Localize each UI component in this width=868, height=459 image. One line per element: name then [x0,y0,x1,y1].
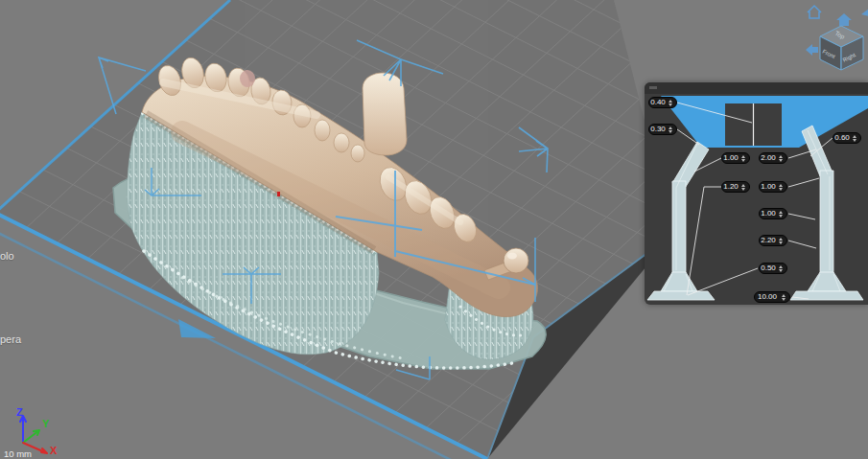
diagram-left-pillar [647,142,715,300]
panel-title-mark [649,86,657,89]
param-input-7[interactable]: 1.00 [759,208,787,219]
param-value[interactable]: 2.20 [760,236,777,245]
rotate-corner-arrow-icon[interactable] [861,9,868,16]
param-input-3[interactable]: 1.00 [721,152,750,164]
spinner-buttons[interactable] [667,126,676,133]
param-value[interactable]: 0.60 [833,133,851,143]
param-input-9[interactable]: 0.50 [759,263,787,274]
prep-die [363,73,407,155]
spinner-buttons[interactable] [777,155,786,162]
param-input-1[interactable]: 0.30 [648,124,677,135]
spinner-buttons[interactable] [777,238,786,244]
rotate-up-arrow-icon[interactable] [836,13,852,26]
spinner-buttons[interactable] [777,265,786,272]
param-input-6[interactable]: 1.00 [759,181,787,193]
param-value[interactable]: 0.30 [649,125,667,134]
diagram-right-pillar [790,126,863,300]
param-input-4[interactable]: 2.00 [759,152,787,164]
param-input-10[interactable]: 10.00 [754,291,790,303]
param-value[interactable]: 1.00 [760,182,777,192]
spinner-buttons[interactable] [777,184,786,191]
param-value[interactable]: 1.00 [722,153,739,163]
param-input-2[interactable]: 0.60 [833,132,861,144]
param-value[interactable]: 0.40 [649,98,667,107]
left-edge-label: olo [0,250,14,263]
view-cube[interactable]: Top Front Right [820,26,863,70]
view-navigation[interactable]: Top Front Right [800,0,868,77]
ball-attachment [504,248,528,273]
spinner-buttons[interactable] [739,155,749,162]
support-settings-panel: 0.40 0.30 0.60 1.00 2.00 1.20 1.00 1.00 [645,82,868,305]
param-value[interactable]: 1.20 [722,182,739,192]
ball-highlight [507,253,517,260]
left-edge-label: pera [0,333,21,346]
spinner-buttons[interactable] [667,100,676,106]
axis-y-label: Y [42,418,50,429]
param-input-5[interactable]: 1.20 [721,181,750,193]
rotate-left-arrow-icon[interactable] [806,44,818,56]
viewport-3d[interactable]: Z Y X olo pera 10 mm Top Front Right [0,0,868,459]
spinner-buttons[interactable] [739,184,749,191]
support-marker-red [277,192,280,196]
spinner-buttons[interactable] [780,294,789,301]
param-value[interactable]: 0.50 [760,264,777,273]
support-diagram [645,82,868,305]
scale-label: 10 mm [4,448,32,459]
spinner-buttons[interactable] [851,135,860,142]
colored-crown [240,70,255,87]
spinner-buttons[interactable] [777,211,786,218]
param-value[interactable]: 10.00 [755,292,780,302]
axis-z-label: Z [16,406,23,418]
param-value[interactable]: 2.00 [760,153,777,163]
param-input-0[interactable]: 0.40 [648,97,677,108]
param-input-8[interactable]: 2.20 [759,235,787,246]
param-value[interactable]: 1.00 [760,209,777,218]
panel-titlebar [645,82,868,94]
home-icon[interactable] [808,6,821,18]
axis-x-label: X [50,445,58,456]
